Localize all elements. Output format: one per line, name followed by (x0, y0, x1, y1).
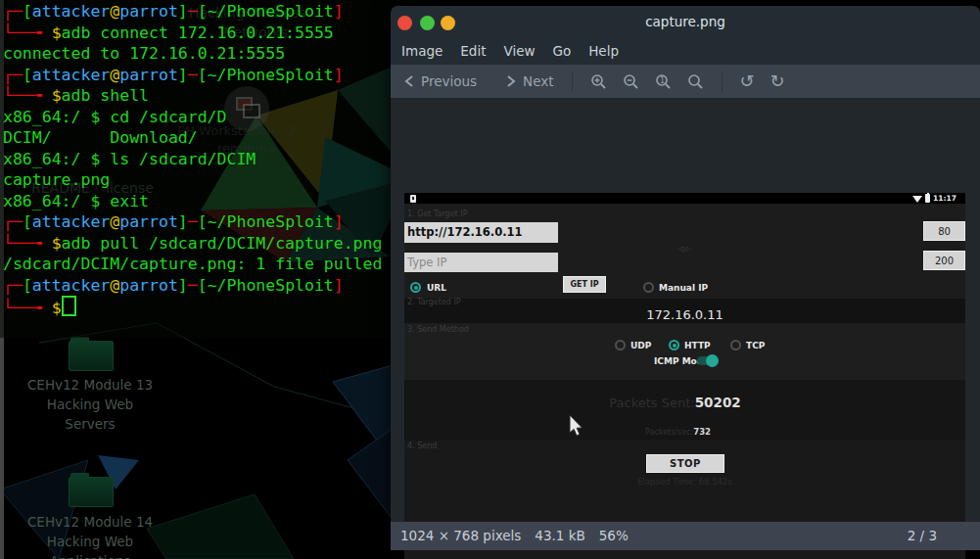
chevron-left-icon (404, 74, 414, 88)
image-filesize: 43.1 kB (535, 528, 584, 543)
rotate-left-icon: ↺ (740, 72, 755, 90)
port-field-bottom: 200 (923, 251, 965, 270)
folder-icon (69, 477, 114, 507)
get-ip-button: GET IP (563, 276, 606, 293)
packets-rate-row: Packets/sec: 732 (397, 427, 958, 437)
or-text: -or- (677, 245, 691, 254)
url-radio-label: URL (427, 283, 446, 293)
viewer-image-android-screenshot: 11:17 1. Get Target IP http://172.16.0.1… (404, 193, 965, 559)
http-radio (669, 340, 679, 350)
tcp-radio-label: TCP (746, 341, 765, 350)
zoom-in-button[interactable] (583, 73, 615, 90)
toolbar: Previous Next (391, 65, 980, 98)
chevron-right-icon (506, 74, 516, 88)
port-field-top: 80 (923, 221, 965, 241)
http-radio-label: HTTP (684, 341, 711, 350)
toolbar-separator (572, 71, 573, 91)
image-viewer-window: capture.png Image Edit View Go Help Prev… (391, 6, 980, 550)
folder-label: CEHv12 Module 13 Hacking Web Servers (12, 375, 168, 434)
android-clock: 11:17 (933, 194, 957, 203)
section3-label: 3. Send Method (407, 325, 469, 334)
image-page-indicator: 2 / 3 (908, 528, 937, 543)
manual-ip-radio-label: Manual IP (659, 283, 708, 293)
rotate-right-button[interactable]: ↻ (763, 72, 793, 90)
terminal-output: ┌─[attacker@parrot]─[~/PhoneSploit]└──╼ … (3, 1, 382, 319)
menu-help[interactable]: Help (580, 39, 628, 65)
battery-icon (925, 194, 930, 203)
zoom-out-icon (623, 73, 639, 90)
target-ip-value: 172.16.0.11 (404, 307, 965, 322)
packets-sent-value: 50202 (695, 395, 741, 410)
url-radio (410, 282, 421, 293)
normal-size-button[interactable]: 1 (647, 73, 679, 90)
viewer-canvas: 11:17 1. Get Target IP http://172.16.0.1… (391, 98, 980, 522)
menu-go[interactable]: Go (543, 39, 580, 65)
menu-image[interactable]: Image (393, 39, 451, 65)
section4-label: 4. Send (407, 442, 437, 450)
mouse-cursor (569, 415, 584, 438)
menu-edit[interactable]: Edit (451, 39, 494, 65)
toolbar-separator (722, 71, 723, 91)
zoom-level: 56% (599, 528, 629, 543)
section1-label: 1. Get Target IP (407, 210, 467, 218)
folder-icon (69, 341, 114, 371)
zoom-out-button[interactable] (615, 73, 647, 90)
manual-ip-radio (643, 282, 654, 293)
type-ip-field: Type IP (404, 253, 558, 272)
desktop: Hacking Wireless Networks README license… (0, 0, 980, 559)
next-button[interactable]: Next (498, 73, 561, 89)
stop-button: STOP (646, 454, 724, 473)
rotate-left-button[interactable]: ↺ (732, 72, 763, 90)
udp-radio-label: UDP (630, 341, 651, 350)
rotate-right-icon: ↻ (770, 72, 785, 90)
previous-button[interactable]: Previous (397, 73, 485, 89)
viewer-statusbar: 1024 × 768 pixels43.1 kB56% 2 / 3 (391, 522, 980, 550)
terminal-window[interactable]: ┌─[attacker@parrot]─[~/PhoneSploit]└──╼ … (0, 0, 401, 338)
icmp-toggle-knob (706, 354, 719, 367)
tcp-radio (730, 340, 741, 350)
window-title: capture.png (391, 14, 980, 29)
notification-icon (410, 195, 416, 203)
normal-size-icon: 1 (655, 73, 672, 90)
best-fit-button[interactable] (679, 73, 712, 90)
packets-rate-value: 732 (693, 427, 711, 437)
zoom-in-icon (590, 73, 607, 90)
menubar: Image Edit View Go Help (391, 39, 980, 65)
url-field: http://172.16.0.11 (404, 222, 558, 243)
android-statusbar: 11:17 (404, 193, 965, 204)
udp-radio (615, 340, 626, 350)
best-fit-icon (687, 73, 704, 90)
packets-sent-row: Packets Sent: 50202 (395, 395, 956, 410)
section-bg (404, 323, 965, 380)
image-dimensions: 1024 × 768 pixels (400, 528, 521, 543)
section2-label: 2. Targeted IP (407, 298, 461, 306)
titlebar[interactable]: capture.png (391, 6, 980, 39)
wifi-icon (912, 194, 922, 203)
menu-view[interactable]: View (494, 39, 543, 65)
packets-rate-label: Packets/sec: (645, 428, 693, 437)
svg-text:1: 1 (660, 76, 665, 85)
folder-label: CEHv12 Module 14 Hacking Web Application… (12, 512, 168, 559)
packets-sent-label: Packets Sent: (609, 396, 694, 410)
elapsed-time: Elapsed Time: 68.542s (404, 477, 965, 487)
